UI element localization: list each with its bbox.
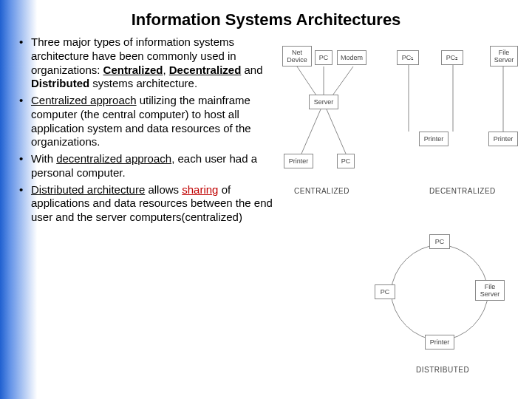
svg-line-4 <box>327 109 346 154</box>
node-printer: Printer <box>284 154 313 168</box>
svg-line-3 <box>301 109 321 154</box>
node-pc1: PC₁ <box>397 50 419 65</box>
node-pc2b: PC₂ <box>441 50 463 65</box>
node-pc2: PC <box>337 154 355 168</box>
text-column: Three major types of information systems… <box>15 35 276 383</box>
bullet-2: Centralized approach utilizing the mainf… <box>15 94 276 149</box>
node-file-server: File Server <box>490 46 518 66</box>
bullet-3: With decentralized approach, each user h… <box>15 152 276 180</box>
diagram-centralized: Net Device PC Modem Server Printer PC CE… <box>279 35 383 213</box>
svg-line-0 <box>297 66 318 98</box>
node-pc-top: PC <box>429 234 450 249</box>
node-pc-left: PC <box>375 284 395 299</box>
node-file-server-dist: File Server <box>475 280 505 301</box>
node-modem: Modem <box>337 50 366 65</box>
label-decentralized: DECENTRALIZED <box>429 187 496 195</box>
diagrams-area: Net Device PC Modem Server Printer PC CE… <box>279 35 531 383</box>
bullet-1: Three major types of information systems… <box>15 35 276 91</box>
node-printer-d2: Printer <box>488 132 518 146</box>
diagram-decentralized: PC₁ PC₂ File Server Printer Printer DECE… <box>386 35 531 213</box>
page-title: Information Systems Architectures <box>0 0 532 35</box>
svg-line-2 <box>331 66 353 98</box>
label-distributed: DISTRIBUTED <box>416 366 469 374</box>
node-server: Server <box>309 95 338 109</box>
diagram-distributed: PC PC File Server Printer DISTRIBUTED <box>364 224 516 383</box>
node-pc: PC <box>315 50 332 65</box>
node-printer-dist: Printer <box>425 335 454 349</box>
label-centralized: CENTRALIZED <box>294 187 349 195</box>
content-area: Three major types of information systems… <box>0 35 532 383</box>
node-printer-d1: Printer <box>419 132 449 146</box>
bullet-4: Distributed architecture allows sharing … <box>15 183 276 225</box>
node-net-device: Net Device <box>282 46 312 66</box>
